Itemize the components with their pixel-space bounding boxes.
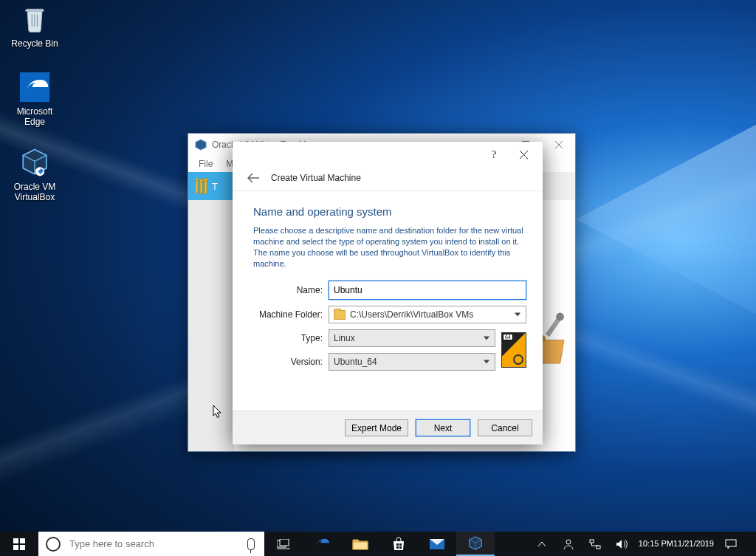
wizard-description: Please choose a descriptive name and des… — [253, 225, 526, 269]
task-view-icon — [277, 539, 290, 549]
svg-rect-34 — [590, 540, 594, 543]
machine-folder-dropdown[interactable]: C:\Users\Derrik\VirtualBox VMs — [329, 306, 526, 323]
version-dropdown[interactable]: Ubuntu_64 — [329, 353, 495, 371]
svg-rect-18 — [13, 538, 18, 543]
mouse-cursor-icon — [213, 405, 223, 419]
taskbar-app-file-explorer[interactable] — [341, 532, 379, 556]
svg-point-33 — [566, 540, 571, 544]
tray-overflow-button[interactable] — [529, 541, 555, 547]
menu-file[interactable]: File — [194, 157, 217, 171]
speaker-icon — [616, 539, 628, 549]
taskbar-app-store[interactable] — [379, 532, 418, 556]
svg-rect-12 — [205, 180, 207, 193]
edge-icon — [314, 536, 330, 552]
tools-icon — [194, 178, 209, 194]
back-button[interactable] — [246, 171, 261, 185]
wizard-titlebar[interactable]: ? — [233, 142, 543, 167]
svg-rect-29 — [399, 546, 402, 549]
clock-time: 10:15 PM — [639, 539, 673, 548]
svg-rect-35 — [597, 546, 600, 549]
store-icon — [391, 537, 406, 552]
desktop-icon-label: Oracle VM VirtualBox — [6, 182, 63, 203]
microphone-icon[interactable] — [238, 538, 264, 550]
windows-logo-icon — [13, 538, 25, 550]
svg-rect-28 — [396, 546, 399, 549]
help-button[interactable]: ? — [479, 143, 509, 165]
recycle-bin-icon — [18, 3, 51, 35]
close-button[interactable] — [509, 143, 538, 165]
virtualbox-icon — [18, 146, 51, 179]
tray-volume-icon[interactable] — [608, 539, 635, 549]
chevron-up-icon — [538, 541, 546, 547]
svg-rect-27 — [399, 543, 402, 546]
action-center-button[interactable] — [718, 539, 744, 549]
expert-mode-button[interactable]: Expert Mode — [345, 419, 408, 436]
name-label: Name: — [253, 285, 323, 295]
wizard-content: Name and operating system Please choose … — [233, 193, 543, 411]
svg-point-15 — [556, 313, 564, 321]
desktop-icon-label: Microsoft Edge — [6, 106, 63, 128]
taskbar: 10:15 PM 11/21/2019 — [0, 532, 756, 556]
close-button[interactable] — [542, 134, 575, 156]
taskbar-clock[interactable]: 10:15 PM 11/21/2019 — [635, 539, 718, 548]
machine-folder-value: C:\Users\Derrik\VirtualBox VMs — [350, 309, 473, 320]
tray-network-icon[interactable] — [582, 539, 608, 549]
svg-rect-23 — [280, 539, 289, 546]
type-label: Type: — [253, 333, 323, 343]
notification-icon — [725, 539, 737, 549]
next-button[interactable]: Next — [416, 419, 470, 436]
tools-label: T — [212, 181, 218, 192]
svg-point-10 — [196, 178, 199, 181]
clock-date: 11/21/2019 — [673, 539, 714, 548]
desktop-icon-recycle-bin[interactable]: Recycle Bin — [6, 3, 63, 49]
virtualbox-icon — [467, 535, 484, 552]
svg-rect-21 — [20, 545, 25, 550]
svg-rect-26 — [396, 543, 399, 546]
people-icon — [563, 538, 574, 550]
task-view-button[interactable] — [264, 532, 303, 556]
svg-marker-4 — [196, 140, 206, 150]
cortana-circle-icon — [46, 537, 61, 552]
create-vm-wizard: ? Create Virtual Machine Name and operat… — [233, 142, 543, 445]
taskbar-app-mail[interactable] — [418, 532, 456, 556]
desktop-icon-microsoft-edge[interactable]: Microsoft Edge — [6, 71, 63, 128]
name-input[interactable] — [329, 281, 526, 300]
folder-icon — [352, 538, 368, 551]
mail-icon — [429, 538, 445, 550]
desktop-icon-label: Recycle Bin — [6, 38, 63, 49]
virtualbox-icon — [194, 138, 207, 151]
svg-rect-9 — [196, 180, 198, 193]
svg-rect-25 — [353, 542, 368, 549]
wizard-header: Create Virtual Machine — [233, 167, 543, 191]
cancel-button[interactable]: Cancel — [478, 419, 532, 436]
system-tray: 10:15 PM 11/21/2019 — [529, 532, 756, 556]
svg-rect-11 — [200, 180, 202, 193]
svg-rect-19 — [20, 538, 25, 543]
svg-rect-36 — [726, 540, 736, 546]
folder-icon — [334, 310, 346, 320]
taskbar-app-edge[interactable] — [303, 532, 341, 556]
type-value: Linux — [334, 333, 355, 343]
start-button[interactable] — [0, 532, 38, 556]
ethernet-icon — [589, 539, 601, 549]
taskbar-search-input[interactable] — [68, 538, 230, 550]
type-dropdown[interactable]: Linux — [329, 329, 495, 347]
os-logo-icon — [501, 332, 526, 368]
svg-rect-13 — [204, 179, 207, 181]
wizard-section-title: Name and operating system — [253, 205, 526, 218]
version-label: Version: — [253, 357, 323, 367]
wizard-button-bar: Expert Mode Next Cancel — [233, 411, 543, 445]
vm-list-sidebar[interactable] — [188, 200, 234, 451]
tray-people-icon[interactable] — [555, 538, 582, 550]
version-value: Ubuntu_64 — [334, 357, 377, 367]
desktop-icon-virtualbox[interactable]: Oracle VM VirtualBox — [6, 146, 63, 203]
svg-rect-20 — [13, 545, 18, 550]
wizard-title: Create Virtual Machine — [271, 173, 361, 183]
taskbar-search[interactable] — [38, 532, 264, 556]
machine-folder-label: Machine Folder: — [253, 309, 323, 320]
taskbar-app-virtualbox[interactable] — [456, 532, 495, 556]
edge-icon — [18, 71, 51, 103]
